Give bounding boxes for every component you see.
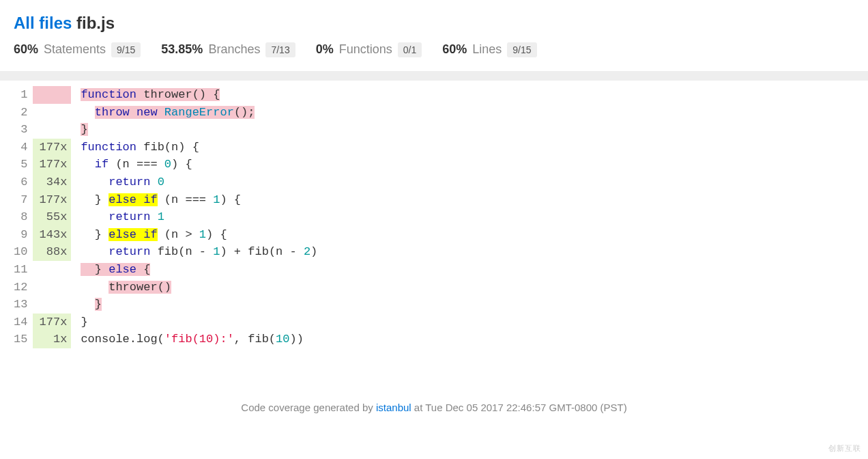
hit-count: 177x bbox=[33, 314, 71, 331]
hit-count bbox=[33, 279, 71, 296]
divider bbox=[0, 71, 868, 81]
metric-fraction: 0/1 bbox=[398, 42, 422, 57]
line-number: 2 bbox=[14, 104, 27, 122]
code-area: 123456789101112131415 177x177x34x177x55x… bbox=[0, 81, 868, 354]
metric-pct: 0% bbox=[316, 42, 334, 57]
hit-count bbox=[33, 296, 71, 314]
hit-counts: 177x177x34x177x55x143x88x177x1x bbox=[33, 86, 71, 348]
hit-count bbox=[33, 86, 71, 104]
metric-statements: 60% Statements 9/15 bbox=[14, 42, 141, 57]
hit-count: 55x bbox=[33, 208, 71, 226]
hit-count: 88x bbox=[33, 243, 71, 261]
line-number: 12 bbox=[14, 279, 27, 296]
metric-lines: 60% Lines 9/15 bbox=[442, 42, 536, 57]
footer-tool-link[interactable]: istanbul bbox=[376, 402, 411, 413]
line-number: 5 bbox=[14, 156, 27, 173]
footer-at: at bbox=[411, 402, 426, 413]
metric-functions: 0% Functions 0/1 bbox=[316, 42, 422, 57]
hit-count: 177x bbox=[33, 139, 71, 156]
code-line: } else if (n > 1) { bbox=[81, 226, 317, 244]
hit-count bbox=[33, 261, 71, 279]
breadcrumb-current: fib.js bbox=[76, 14, 115, 32]
metric-fraction: 9/15 bbox=[507, 42, 536, 57]
line-number: 4 bbox=[14, 139, 27, 156]
metric-fraction: 7/13 bbox=[265, 42, 295, 57]
hit-count: 1x bbox=[33, 331, 71, 348]
header: All files fib.js 60% Statements 9/15 53.… bbox=[0, 0, 868, 64]
metric-label: Lines bbox=[472, 42, 502, 57]
hit-count: 177x bbox=[33, 156, 71, 173]
line-number: 1 bbox=[14, 86, 27, 104]
footer: Code coverage generated by istanbul at T… bbox=[0, 354, 868, 427]
hit-count: 177x bbox=[33, 191, 71, 209]
metric-pct: 60% bbox=[442, 42, 467, 57]
line-number: 6 bbox=[14, 173, 27, 191]
metric-label: Functions bbox=[339, 42, 392, 57]
code-body: function thrower() { throw new RangeErro… bbox=[71, 86, 317, 348]
metrics-row: 60% Statements 9/15 53.85% Branches 7/13… bbox=[14, 42, 854, 57]
code-line: console.log('fib(10):', fib(10)) bbox=[81, 331, 317, 348]
metric-pct: 53.85% bbox=[161, 42, 203, 57]
metric-label: Statements bbox=[44, 42, 106, 57]
line-number: 14 bbox=[14, 314, 27, 331]
code-line: } bbox=[81, 121, 317, 139]
metric-pct: 60% bbox=[14, 42, 38, 57]
breadcrumb: All files fib.js bbox=[14, 14, 854, 33]
code-line: } bbox=[81, 314, 317, 331]
breadcrumb-root-link[interactable]: All files bbox=[14, 14, 72, 32]
code-line: } bbox=[81, 296, 317, 314]
metric-label: Branches bbox=[208, 42, 260, 57]
line-number: 11 bbox=[14, 261, 27, 279]
metric-fraction: 9/15 bbox=[111, 42, 141, 57]
line-numbers: 123456789101112131415 bbox=[14, 86, 33, 348]
code-line: function thrower() { bbox=[81, 86, 317, 104]
footer-timestamp: Tue Dec 05 2017 22:46:57 GMT-0800 (PST) bbox=[425, 402, 626, 413]
code-line: thrower() bbox=[81, 279, 317, 296]
line-number: 3 bbox=[14, 121, 27, 139]
hit-count bbox=[33, 104, 71, 122]
code-line: return fib(n - 1) + fib(n - 2) bbox=[81, 243, 317, 261]
footer-prefix: Code coverage generated by bbox=[241, 402, 376, 413]
line-number: 13 bbox=[14, 296, 27, 314]
code-line: } else if (n === 1) { bbox=[81, 191, 317, 209]
code-line: throw new RangeError(); bbox=[81, 104, 317, 122]
line-number: 9 bbox=[14, 226, 27, 244]
hit-count bbox=[33, 121, 71, 139]
line-number: 8 bbox=[14, 208, 27, 226]
line-number: 7 bbox=[14, 191, 27, 209]
code-line: function fib(n) { bbox=[81, 139, 317, 156]
code-line: return 1 bbox=[81, 208, 317, 226]
code-line: } else { bbox=[81, 261, 317, 279]
hit-count: 34x bbox=[33, 173, 71, 191]
code-line: if (n === 0) { bbox=[81, 156, 317, 173]
metric-branches: 53.85% Branches 7/13 bbox=[161, 42, 295, 57]
line-number: 15 bbox=[14, 331, 27, 348]
line-number: 10 bbox=[14, 243, 27, 261]
code-line: return 0 bbox=[81, 173, 317, 191]
hit-count: 143x bbox=[33, 226, 71, 244]
